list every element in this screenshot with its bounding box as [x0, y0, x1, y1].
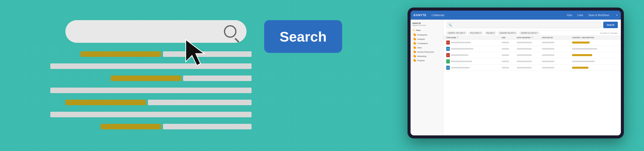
sidebar-item-data[interactable]: Data: [413, 46, 441, 50]
search-button-label: Search: [280, 28, 327, 45]
search-icon: [224, 25, 236, 38]
ppt-icon: P: [446, 41, 450, 45]
search-icon: 🔍: [449, 23, 452, 27]
app-logo: EGNYTE: [414, 14, 426, 17]
sidebar-item-hr[interactable]: Human Resources: [413, 50, 441, 54]
cell-content: [572, 61, 618, 62]
device-screen: EGNYTE Collaborate Files Links Tasks & W…: [411, 11, 621, 135]
filter-type[interactable]: Any type ▾: [485, 31, 496, 34]
filter-bar: Updated: This week ▾ Any location ▾ Any …: [443, 30, 621, 36]
table-row[interactable]: P: [443, 40, 621, 46]
cell-date: [517, 61, 542, 62]
sidebar-item-label: Marketing: [417, 55, 426, 57]
cell-size: [502, 67, 517, 68]
cell-size: [502, 42, 517, 43]
cell-content: [572, 54, 618, 56]
app-body: EGNYTE Egnyte file server 📁 Files Employ…: [411, 20, 621, 135]
table-row[interactable]: W: [443, 46, 621, 52]
device-frame: EGNYTE Collaborate Files Links Tasks & W…: [408, 8, 624, 138]
cell-size: [502, 61, 517, 62]
cell-user: [542, 67, 572, 68]
result-row: [50, 62, 252, 70]
search-button-label: Search: [607, 24, 614, 26]
result-row: [50, 111, 252, 118]
cell-content: [572, 42, 618, 44]
folder-icon: [414, 43, 416, 45]
cell-date: [517, 42, 542, 43]
big-search-bar[interactable]: [65, 20, 247, 43]
search-illustration: Search: [45, 13, 272, 138]
results-count: 10 results in 3 domains: [600, 32, 618, 34]
sidebar-item-projects[interactable]: Projects: [413, 59, 441, 62]
app-search-area: 🔍 Search: [443, 20, 621, 30]
sidebar-item-label: Analysis: [417, 38, 425, 40]
col-item-name[interactable]: ITEM NAME ⇕: [446, 36, 502, 39]
filter-user[interactable]: Updated by anyone ▾: [519, 31, 539, 34]
big-search-button[interactable]: Search: [264, 20, 342, 53]
cell-name: P: [446, 41, 502, 45]
filter-time[interactable]: Uploaded any time ▾: [498, 31, 517, 34]
sidebar-item-compliance[interactable]: Compliance: [413, 42, 441, 45]
cell-date: [517, 67, 542, 68]
sidebar-item-label: Compliance: [417, 42, 428, 45]
cell-date: [517, 48, 542, 50]
svg-marker-0: [186, 40, 204, 65]
folder-icon: [414, 34, 416, 36]
close-icon[interactable]: ✕: [616, 14, 618, 17]
main-background: Search: [0, 0, 644, 151]
search-button[interactable]: Search: [603, 22, 618, 28]
cell-size: [502, 48, 517, 50]
folder-icon: 📁: [413, 29, 415, 31]
sidebar-item-employees[interactable]: Employees: [413, 33, 441, 37]
sidebar-item-marketing[interactable]: Marketing: [413, 54, 441, 58]
app-sidebar: EGNYTE Egnyte file server 📁 Files Employ…: [411, 20, 443, 135]
app-header: EGNYTE Collaborate Files Links Tasks & W…: [411, 11, 621, 20]
cell-size: [502, 54, 517, 56]
folder-icon: [414, 38, 416, 40]
filter-updated[interactable]: Updated: This week ▾: [446, 31, 467, 34]
table-row[interactable]: P: [443, 52, 621, 58]
app-nav-links[interactable]: Links: [577, 14, 583, 17]
result-row: [50, 99, 252, 106]
cell-name: P: [446, 53, 502, 57]
sidebar-brand-name: EGNYTE: [413, 22, 441, 24]
search-input[interactable]: 🔍: [446, 22, 601, 28]
col-date[interactable]: DATE MODIFIED ⇕: [517, 36, 542, 39]
sidebar-item-label: Human Resources: [417, 51, 434, 53]
search-results-illustration: [50, 50, 252, 135]
app-nav-collaborate: Collaborate: [431, 14, 444, 17]
col-size[interactable]: SIZE: [502, 36, 517, 39]
col-updated-by: UPDATED BY: [542, 36, 572, 39]
sidebar-item-label: Data: [417, 47, 422, 49]
table-header: ITEM NAME ⇕ SIZE DATE MODIFIED ⇕ UPDATED…: [443, 36, 621, 40]
cell-date: [517, 54, 542, 56]
app-nav-tasks[interactable]: Tasks & Workflows: [588, 14, 609, 17]
sidebar-brand-sub: Egnyte file server: [413, 24, 441, 26]
app-nav-files[interactable]: Files: [567, 14, 572, 17]
device-mockup: EGNYTE Collaborate Files Links Tasks & W…: [408, 8, 634, 143]
filter-location[interactable]: Any location ▾: [468, 31, 483, 34]
folder-icon: [414, 47, 416, 49]
cell-user: [542, 54, 572, 56]
sidebar-files-label: 📁 Files: [413, 29, 441, 31]
result-row: [50, 74, 252, 82]
doc-icon: W: [446, 66, 450, 70]
sidebar-item-label: Employees: [417, 34, 427, 36]
col-content: CONTENT / DESCRIPTION: [572, 36, 618, 39]
table-row[interactable]: W: [443, 65, 621, 71]
ppt-icon: P: [446, 53, 450, 57]
sidebar-item-label: Projects: [417, 59, 425, 62]
folder-icon: [414, 60, 416, 62]
result-row: [50, 50, 252, 58]
sidebar-brand: EGNYTE Egnyte file server: [413, 22, 441, 26]
app-main: 🔍 Search Updated: This week ▾ Any locati…: [443, 20, 621, 135]
doc-icon: W: [446, 47, 450, 51]
sidebar-item-analysis[interactable]: Analysis: [413, 37, 441, 41]
cell-user: [542, 48, 572, 50]
folder-icon: [414, 51, 416, 53]
cell-content: [572, 48, 618, 50]
result-row: [50, 87, 252, 94]
cell-content: [572, 67, 618, 69]
xls-icon: X: [446, 59, 450, 63]
table-row[interactable]: X: [443, 58, 621, 65]
